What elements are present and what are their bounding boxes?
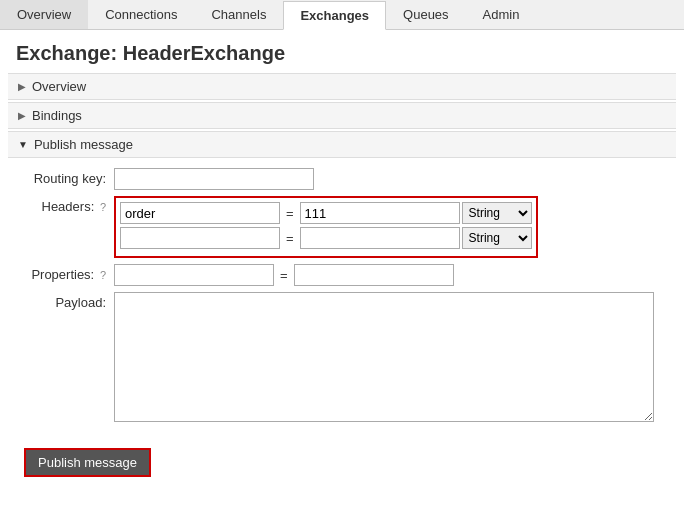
sections-container: Overview Bindings Publish message Routin… — [8, 73, 676, 487]
header-type-select-1[interactable]: String Number Boolean — [462, 202, 532, 224]
properties-label-text: Properties: — [31, 267, 94, 282]
overview-label: Overview — [32, 79, 86, 94]
routing-key-input[interactable] — [114, 168, 314, 190]
bindings-label: Bindings — [32, 108, 82, 123]
payload-textarea[interactable] — [114, 292, 654, 422]
overview-section-header[interactable]: Overview — [8, 73, 676, 100]
page-title: Exchange: HeaderExchange — [0, 30, 684, 73]
property-val-input[interactable] — [294, 264, 454, 286]
publish-section: Publish message Routing key: Headers: ? … — [8, 131, 676, 487]
headers-label-text: Headers: — [42, 199, 95, 214]
routing-key-row: Routing key: — [24, 168, 660, 190]
header-type-select-2[interactable]: String Number Boolean — [462, 227, 532, 249]
payload-label: Payload: — [24, 292, 114, 310]
publish-section-header[interactable]: Publish message — [8, 132, 676, 158]
tab-channels[interactable]: Channels — [194, 0, 283, 29]
header-val-input-1[interactable] — [300, 202, 460, 224]
page-title-prefix: Exchange: — [16, 42, 123, 64]
page-title-name: HeaderExchange — [123, 42, 285, 64]
publish-message-button[interactable]: Publish message — [24, 448, 151, 477]
bindings-arrow-icon — [18, 110, 26, 121]
navigation-bar: Overview Connections Channels Exchanges … — [0, 0, 684, 30]
tab-admin[interactable]: Admin — [466, 0, 537, 29]
header-eq-1: = — [282, 206, 298, 221]
bindings-section-header[interactable]: Bindings — [8, 102, 676, 129]
header-val-input-2[interactable] — [300, 227, 460, 249]
overview-arrow-icon — [18, 81, 26, 92]
headers-container: = String Number Boolean = — [114, 196, 538, 258]
properties-row: Properties: ? = — [24, 264, 660, 286]
header-eq-2: = — [282, 231, 298, 246]
publish-label: Publish message — [34, 137, 133, 152]
properties-label: Properties: ? — [24, 264, 114, 282]
header-row-1: = String Number Boolean — [120, 202, 532, 224]
tab-exchanges[interactable]: Exchanges — [283, 1, 386, 30]
tab-overview[interactable]: Overview — [0, 0, 88, 29]
header-row-2: = String Number Boolean — [120, 227, 532, 249]
tab-queues[interactable]: Queues — [386, 0, 466, 29]
properties-help-icon[interactable]: ? — [100, 269, 106, 281]
header-key-input-2[interactable] — [120, 227, 280, 249]
headers-help-icon[interactable]: ? — [100, 201, 106, 213]
routing-key-label: Routing key: — [24, 168, 114, 186]
headers-row: Headers: ? = String Number Boolean — [24, 196, 660, 258]
headers-label: Headers: ? — [24, 196, 114, 214]
property-eq: = — [276, 268, 292, 283]
publish-arrow-icon — [18, 139, 28, 150]
publish-form-content: Routing key: Headers: ? = String — [8, 158, 676, 438]
payload-row: Payload: — [24, 292, 660, 422]
header-key-input-1[interactable] — [120, 202, 280, 224]
property-key-input[interactable] — [114, 264, 274, 286]
tab-connections[interactable]: Connections — [88, 0, 194, 29]
properties-inputs: = — [114, 264, 454, 286]
